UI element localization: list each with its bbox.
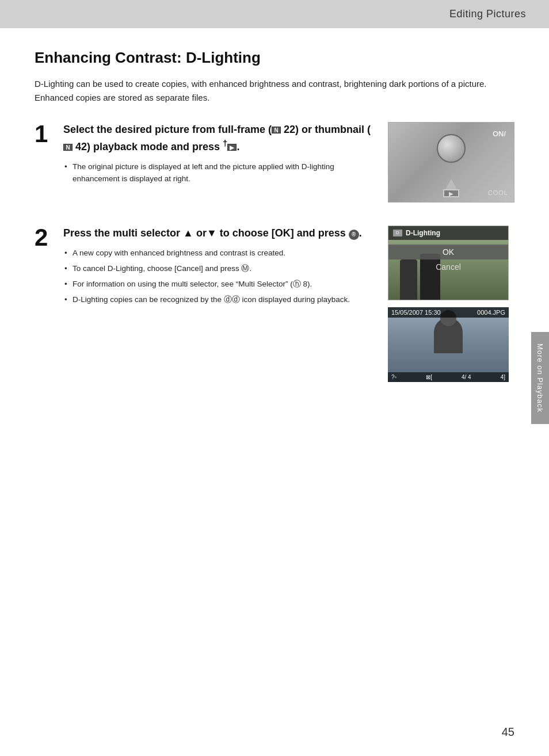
intro-text: D-Lighting can be used to create copies,… bbox=[35, 77, 514, 105]
playback-icon-right: 4] bbox=[501, 374, 505, 380]
side-tab-more-on-playback: More on Playback bbox=[531, 332, 549, 424]
cool-label: COOL bbox=[488, 189, 508, 196]
pb-content-bg bbox=[388, 307, 509, 382]
step-2-bullet-4: D-Lighting copies can be recognized by t… bbox=[63, 294, 374, 306]
step-1-left: 1 Select the desired picture from full-f… bbox=[35, 122, 374, 189]
step-2-bullet-3: For information on using the multi selec… bbox=[63, 278, 374, 291]
page-heading: Enhancing Contrast: D-Lighting bbox=[35, 49, 514, 67]
step-1-bullets: The original picture is displayed at lef… bbox=[63, 161, 374, 185]
playback-button-icon: ▶ bbox=[443, 189, 459, 197]
step-1-number: 1 bbox=[35, 122, 55, 146]
step-2-bullet-2: To cancel D-Lighting, choose [Cancel] an… bbox=[63, 263, 374, 275]
playback-footer: ?▫ ⊠[ 4/ 4 4] bbox=[388, 372, 509, 382]
header-bar: Editing Pictures bbox=[0, 0, 549, 28]
dlighting-menu-image: D D-Lighting OK Cancel bbox=[388, 226, 509, 300]
playback-filename: 0004.JPG bbox=[477, 309, 505, 316]
step-2-content: Press the multi selector ▲ or▼ to choose… bbox=[63, 226, 374, 310]
step-1-image-container: ON/ COOL ▶ bbox=[388, 122, 514, 203]
page-number: 45 bbox=[502, 726, 514, 739]
step-1-image: ON/ COOL ▶ bbox=[388, 122, 514, 203]
step-2-images: D D-Lighting OK Cancel 15/05/2007 15:30 … bbox=[388, 226, 514, 382]
step-1-bullet-1: The original picture is displayed at lef… bbox=[63, 161, 374, 185]
playback-preview-image: 15/05/2007 15:30 0004.JPG ?▫ ⊠[ 4/ 4 4] bbox=[388, 307, 509, 382]
page-section-title: Editing Pictures bbox=[449, 8, 526, 20]
arrow-up-icon bbox=[445, 179, 457, 189]
step-1-content: Select the desired picture from full-fra… bbox=[63, 122, 374, 189]
ref-icon-1: N bbox=[272, 127, 281, 133]
step-2-left: 2 Press the multi selector ▲ or▼ to choo… bbox=[35, 226, 374, 310]
playback-header: 15/05/2007 15:30 0004.JPG bbox=[388, 307, 509, 318]
menu-ok-item: OK bbox=[388, 245, 508, 259]
camera-mock: ON/ COOL ▶ bbox=[388, 123, 514, 202]
step-2-bullet-1: A new copy with enhanced brightness and … bbox=[63, 247, 374, 259]
playback-symbol: ▶ bbox=[449, 190, 453, 197]
menu-cancel-item: Cancel bbox=[388, 259, 508, 274]
dlighting-label: D-Lighting bbox=[406, 229, 440, 237]
camera-dial bbox=[437, 134, 466, 163]
main-content: Enhancing Contrast: D-Lighting D-Lightin… bbox=[0, 28, 549, 428]
step-1-instruction: Select the desired picture from full-fra… bbox=[63, 122, 374, 154]
dlighting-menu-bar: D D-Lighting bbox=[388, 226, 508, 240]
dlighting-menu-icon: D bbox=[393, 230, 402, 236]
step-2-bullets: A new copy with enhanced brightness and … bbox=[63, 247, 374, 306]
step-2-row: 2 Press the multi selector ▲ or▼ to choo… bbox=[35, 226, 514, 382]
playback-icon-left: ?▫ bbox=[391, 374, 396, 380]
ref-icon-2: N bbox=[63, 144, 73, 151]
step-2-number: 2 bbox=[35, 226, 55, 250]
playback-date: 15/05/2007 15:30 bbox=[391, 309, 441, 316]
step-1-row: 1 Select the desired picture from full-f… bbox=[35, 122, 514, 203]
playback-icon-center: ⊠[ bbox=[426, 374, 432, 380]
ok-button-circle-icon: ® bbox=[349, 230, 359, 240]
on-label: ON/ bbox=[493, 129, 506, 138]
playback-button-icon: ▶ bbox=[227, 144, 237, 151]
people-background: D D-Lighting OK Cancel bbox=[388, 226, 508, 300]
playback-count: 4/ 4 bbox=[462, 374, 471, 380]
step-2-instruction: Press the multi selector ▲ or▼ to choose… bbox=[63, 226, 374, 240]
